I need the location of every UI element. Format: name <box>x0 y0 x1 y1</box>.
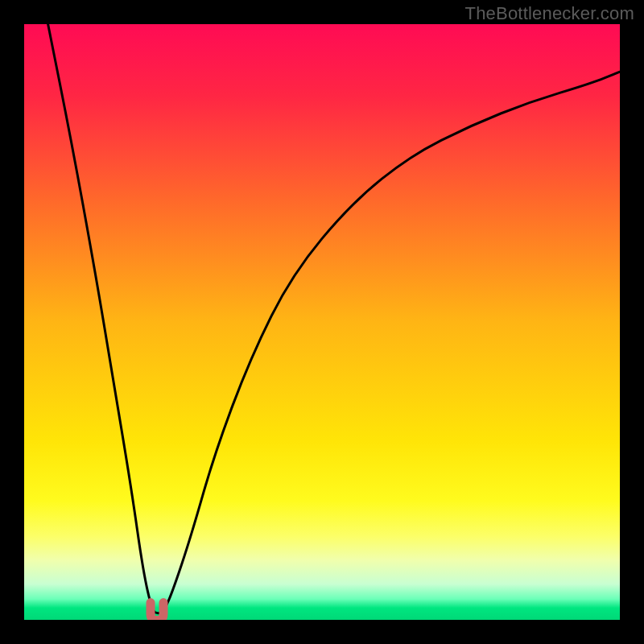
min-marker <box>151 603 163 620</box>
plot-area <box>24 24 620 620</box>
chart-frame: TheBottlenecker.com <box>0 0 644 644</box>
watermark-text: TheBottlenecker.com <box>465 3 634 24</box>
bottleneck-curve <box>24 24 620 620</box>
